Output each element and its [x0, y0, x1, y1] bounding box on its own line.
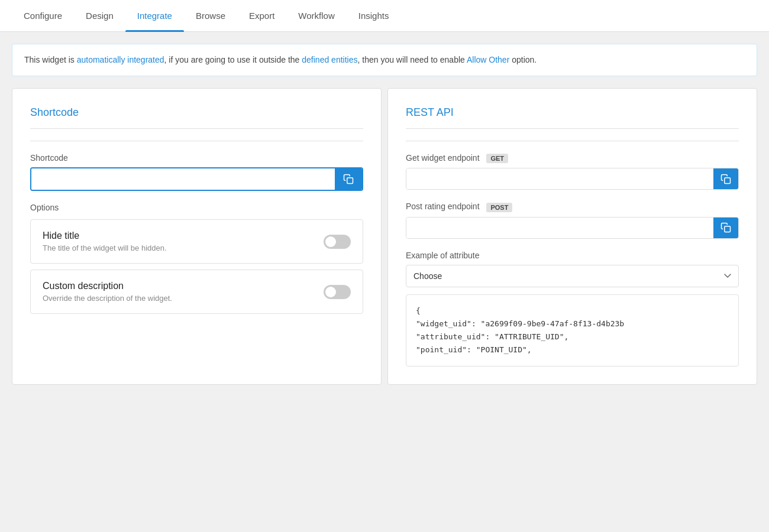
info-text-before: This widget is [24, 55, 77, 64]
info-banner: This widget is automatically integrated,… [12, 44, 757, 76]
option-custom-desc-heading: Custom description [43, 281, 172, 291]
options-label: Options [30, 203, 363, 212]
shortcode-input[interactable]: [totalrating-widget id="1"] [31, 168, 335, 190]
get-url-input[interactable]: http://totalrating/wp-json/totalrating/w… [406, 168, 713, 189]
svg-rect-0 [347, 178, 353, 184]
tab-browse[interactable]: Browse [184, 0, 237, 31]
rest-api-panel: REST API Get widget endpoint GET http://… [387, 88, 757, 385]
option-hide-title-heading: Hide title [43, 231, 167, 241]
option-custom-desc-info: Custom description Override the descript… [43, 281, 172, 303]
custom-description-slider [324, 285, 351, 299]
copy-icon-post [720, 222, 731, 233]
code-line-2: "widget_uid": "a2699f09-9be9-47af-8f13-d… [416, 317, 729, 330]
hide-title-slider [324, 235, 351, 249]
info-text-end: option. [509, 55, 537, 64]
tab-integrate[interactable]: Integrate [125, 0, 184, 31]
code-line-1: { [416, 304, 729, 317]
shortcode-copy-button[interactable] [335, 168, 362, 190]
option-custom-desc-text: Override the description of the widget. [43, 294, 172, 303]
shortcode-label: Shortcode [30, 153, 363, 163]
tab-design[interactable]: Design [74, 0, 125, 31]
code-block: { "widget_uid": "a2699f09-9be9-47af-8f13… [406, 294, 739, 366]
auto-integrated-link[interactable]: automatically integrated [77, 55, 164, 64]
get-url-copy-button[interactable] [713, 168, 738, 189]
main-content: Shortcode Shortcode [totalrating-widget … [12, 88, 757, 397]
defined-entities-link[interactable]: defined entities [302, 55, 357, 64]
copy-icon [343, 174, 354, 184]
get-url-input-group: http://totalrating/wp-json/totalrating/w… [406, 168, 739, 190]
tab-configure[interactable]: Configure [12, 0, 74, 31]
post-badge: POST [486, 203, 512, 212]
svg-rect-1 [725, 178, 731, 184]
option-hide-title: Hide title The title of the widget will … [30, 219, 363, 264]
svg-rect-2 [725, 226, 731, 232]
example-attribute-label: Example of attribute [406, 251, 739, 260]
attribute-choose-select[interactable]: Choose [406, 265, 739, 287]
nav-tabs: ConfigureDesignIntegrateBrowseExportWork… [0, 0, 769, 32]
post-endpoint-label: Post rating endpoint POST [406, 202, 739, 212]
shortcode-panel-title: Shortcode [30, 106, 363, 129]
option-hide-title-info: Hide title The title of the widget will … [43, 231, 167, 252]
shortcode-panel: Shortcode Shortcode [totalrating-widget … [12, 88, 382, 385]
tab-export[interactable]: Export [237, 0, 286, 31]
post-url-copy-button[interactable] [713, 218, 738, 238]
code-line-3: "attribute_uid": "ATTRIBUTE_UID", [416, 330, 729, 343]
get-endpoint-label: Get widget endpoint GET [406, 153, 739, 163]
custom-description-toggle[interactable] [324, 285, 351, 299]
post-url-input-group: http://totalrating/wp-json/totalrating/r… [406, 217, 739, 239]
code-line-4: "point_uid": "POINT_UID", [416, 343, 729, 356]
shortcode-input-group: [totalrating-widget id="1"] [30, 167, 363, 191]
info-text-middle: , if you are going to use it outside the [164, 55, 302, 64]
tab-insights[interactable]: Insights [347, 0, 401, 31]
option-hide-title-desc: The title of the widget will be hidden. [43, 244, 167, 252]
post-url-input[interactable]: http://totalrating/wp-json/totalrating/r… [406, 218, 713, 238]
rest-api-panel-title: REST API [406, 106, 739, 129]
option-custom-description: Custom description Override the descript… [30, 270, 363, 314]
hide-title-toggle[interactable] [324, 235, 351, 249]
copy-icon-get [720, 174, 731, 184]
tab-workflow[interactable]: Workflow [286, 0, 346, 31]
get-badge: GET [486, 154, 508, 163]
info-text-after: , then you will need to enable [357, 55, 466, 64]
allow-other-link[interactable]: Allow Other [467, 55, 509, 64]
